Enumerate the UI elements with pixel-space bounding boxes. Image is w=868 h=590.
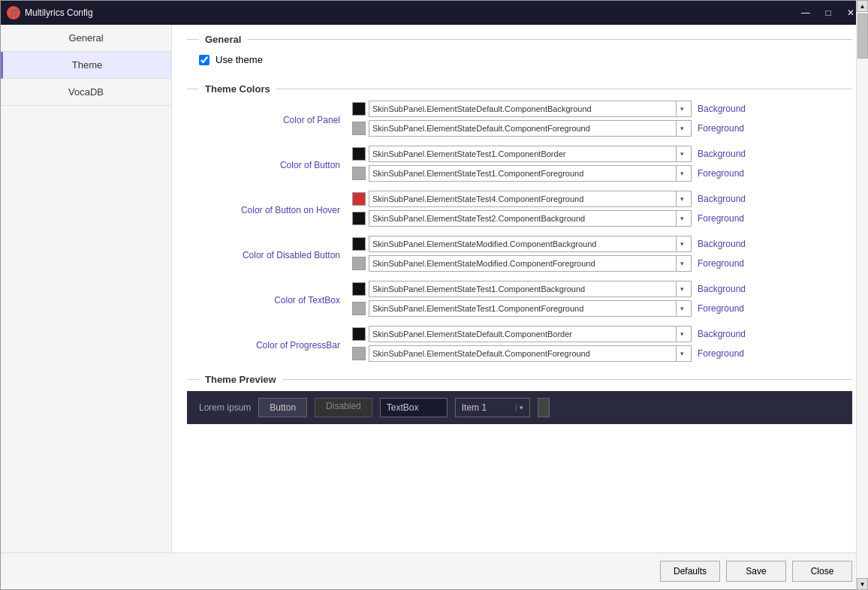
- color-disabled-fg-swatch[interactable]: [352, 257, 366, 270]
- color-button-label: Color of Button: [187, 160, 352, 170]
- color-progressbar-row: Color of ProgressBar SkinSubPanel.Elemen…: [187, 326, 852, 365]
- color-button-hover-fg-pair: SkinSubPanel.ElementStateTest2.Component…: [352, 210, 852, 227]
- general-section-title: General: [205, 34, 241, 45]
- color-button-hover-label: Color of Button on Hover: [187, 205, 352, 215]
- color-button-fg-type: Foreground: [698, 168, 758, 179]
- color-panel-fg-pair: SkinSubPanel.ElementStateDefault.Compone…: [352, 120, 852, 137]
- preview-disabled-button: Disabled: [315, 398, 372, 417]
- color-button-hover-fg-dropdown[interactable]: SkinSubPanel.ElementStateTest2.Component…: [369, 210, 692, 227]
- color-textbox-fg-dropdown[interactable]: SkinSubPanel.ElementStateTest1.Component…: [369, 300, 692, 317]
- color-textbox-fg-swatch[interactable]: [352, 302, 366, 315]
- color-button-bg-dropdown[interactable]: SkinSubPanel.ElementStateTest1.Component…: [369, 146, 692, 162]
- color-button-fg-swatch[interactable]: [352, 167, 366, 180]
- theme-preview-section: Theme Preview Lorem ipsum Button Disable…: [187, 374, 852, 424]
- use-theme-label: Use theme: [215, 54, 263, 65]
- color-textbox-bg-value: SkinSubPanel.ElementStateTest1.Component…: [372, 284, 676, 293]
- main-window: 🎵 Multilyrics Config — □ ✕ General Theme…: [0, 0, 868, 590]
- color-panel-fg-type: Foreground: [698, 123, 758, 134]
- preview-bar: Lorem ipsum Button Disabled Item 1 ▾: [187, 391, 852, 424]
- scrollbar-track: [857, 25, 867, 552]
- color-disabled-label: Color of Disabled Button: [187, 250, 352, 260]
- color-button-hover-fg-value: SkinSubPanel.ElementStateTest2.Component…: [372, 214, 676, 223]
- color-panel-row: Color of Panel SkinSubPanel.ElementState…: [187, 101, 852, 140]
- color-progressbar-controls: SkinSubPanel.ElementStateDefault.Compone…: [352, 326, 852, 365]
- defaults-button[interactable]: Defaults: [660, 561, 720, 582]
- preview-dropdown[interactable]: Item 1 ▾: [455, 398, 530, 417]
- theme-preview-header: Theme Preview: [187, 374, 852, 385]
- dropdown-arrow-icon: ▾: [676, 101, 688, 116]
- color-progressbar-bg-type: Background: [698, 329, 758, 339]
- theme-preview-title: Theme Preview: [205, 374, 276, 385]
- color-button-controls: SkinSubPanel.ElementStateTest1.Component…: [352, 146, 852, 185]
- color-progressbar-fg-swatch[interactable]: [352, 347, 366, 360]
- window-controls: — □ ✕: [795, 5, 861, 21]
- sidebar-item-vocadb[interactable]: VocaDB: [1, 79, 171, 106]
- color-textbox-fg-value: SkinSubPanel.ElementStateTest1.Component…: [372, 304, 676, 313]
- color-button-bg-swatch[interactable]: [352, 147, 366, 161]
- color-button-hover-bg-swatch[interactable]: [352, 192, 366, 206]
- save-button[interactable]: Save: [726, 561, 786, 582]
- color-textbox-bg-type: Background: [698, 284, 758, 294]
- color-button-bg-type: Background: [698, 149, 758, 159]
- sidebar-item-general[interactable]: General: [1, 25, 171, 52]
- color-panel-bg-dropdown[interactable]: SkinSubPanel.ElementStateDefault.Compone…: [369, 101, 692, 117]
- sidebar-item-theme[interactable]: Theme: [1, 52, 171, 79]
- close-button[interactable]: Close: [792, 561, 852, 582]
- color-disabled-bg-swatch[interactable]: [352, 237, 366, 251]
- color-disabled-fg-type: Foreground: [698, 258, 758, 269]
- dropdown-arrow-icon: ▾: [676, 301, 688, 316]
- color-progressbar-bg-dropdown[interactable]: SkinSubPanel.ElementStateDefault.Compone…: [369, 326, 692, 342]
- color-button-hover-bg-pair: SkinSubPanel.ElementStateTest4.Component…: [352, 191, 852, 207]
- preview-dropdown-arrow-icon: ▾: [516, 404, 523, 411]
- color-button-hover-bg-dropdown[interactable]: SkinSubPanel.ElementStateTest4.Component…: [369, 191, 692, 207]
- color-textbox-bg-swatch[interactable]: [352, 282, 366, 296]
- color-textbox-bg-dropdown[interactable]: SkinSubPanel.ElementStateTest1.Component…: [369, 281, 692, 297]
- theme-colors-section: Color of Panel SkinSubPanel.ElementState…: [172, 101, 867, 365]
- app-icon: 🎵: [7, 6, 20, 20]
- color-disabled-bg-dropdown[interactable]: SkinSubPanel.ElementStateModified.Compon…: [369, 236, 692, 252]
- minimize-button[interactable]: —: [795, 5, 816, 21]
- preview-button[interactable]: Button: [258, 398, 307, 417]
- color-panel-bg-swatch[interactable]: [352, 102, 366, 116]
- content-area: General Use theme Theme Colors Color of …: [172, 25, 867, 552]
- dropdown-arrow-icon: ▾: [676, 327, 688, 342]
- use-theme-checkbox[interactable]: [199, 55, 209, 65]
- scrollbar-thumb[interactable]: [857, 25, 867, 59]
- color-textbox-fg-pair: SkinSubPanel.ElementStateTest1.Component…: [352, 300, 852, 317]
- color-button-hover-controls: SkinSubPanel.ElementStateTest4.Component…: [352, 191, 852, 230]
- use-theme-row: Use theme: [172, 51, 867, 74]
- content-scrollbar[interactable]: ▲ ▼: [856, 25, 867, 552]
- color-disabled-bg-pair: SkinSubPanel.ElementStateModified.Compon…: [352, 236, 852, 252]
- color-panel-bg-value: SkinSubPanel.ElementStateDefault.Compone…: [372, 104, 676, 113]
- footer: Defaults Save Close: [1, 552, 867, 589]
- preview-textbox[interactable]: [380, 398, 448, 417]
- color-button-hover-bg-type: Background: [698, 194, 758, 204]
- theme-colors-section-header: Theme Colors: [172, 74, 867, 101]
- preview-scrollbar[interactable]: [538, 398, 550, 417]
- color-textbox-bg-pair: SkinSubPanel.ElementStateTest1.Component…: [352, 281, 852, 297]
- color-button-row: Color of Button SkinSubPanel.ElementStat…: [187, 146, 852, 185]
- color-progressbar-fg-value: SkinSubPanel.ElementStateDefault.Compone…: [372, 349, 676, 358]
- color-textbox-row: Color of TextBox SkinSubPanel.ElementSta…: [187, 281, 852, 320]
- color-panel-fg-swatch[interactable]: [352, 122, 366, 135]
- color-disabled-bg-type: Background: [698, 239, 758, 249]
- window-title: Multilyrics Config: [25, 8, 795, 18]
- color-textbox-label: Color of TextBox: [187, 295, 352, 306]
- color-progressbar-fg-dropdown[interactable]: SkinSubPanel.ElementStateDefault.Compone…: [369, 345, 692, 362]
- color-panel-bg-type: Background: [698, 104, 758, 114]
- color-disabled-fg-pair: SkinSubPanel.ElementStateModified.Compon…: [352, 255, 852, 272]
- sidebar: General Theme VocaDB: [1, 25, 172, 552]
- color-panel-fg-dropdown[interactable]: SkinSubPanel.ElementStateDefault.Compone…: [369, 120, 692, 137]
- color-panel-bg-pair: SkinSubPanel.ElementStateDefault.Compone…: [352, 101, 852, 117]
- color-button-hover-fg-swatch[interactable]: [352, 212, 366, 225]
- main-content: General Theme VocaDB General Use theme T…: [1, 25, 867, 552]
- dropdown-arrow-icon: ▾: [676, 166, 688, 181]
- color-panel-label: Color of Panel: [187, 115, 352, 125]
- dropdown-arrow-icon: ▾: [676, 236, 688, 251]
- color-disabled-fg-dropdown[interactable]: SkinSubPanel.ElementStateModified.Compon…: [369, 255, 692, 272]
- preview-lorem-text: Lorem ipsum: [199, 402, 251, 413]
- color-progressbar-bg-swatch[interactable]: [352, 327, 366, 341]
- color-button-fg-dropdown[interactable]: SkinSubPanel.ElementStateTest1.Component…: [369, 165, 692, 182]
- color-panel-fg-value: SkinSubPanel.ElementStateDefault.Compone…: [372, 124, 676, 133]
- maximize-button[interactable]: □: [818, 5, 839, 21]
